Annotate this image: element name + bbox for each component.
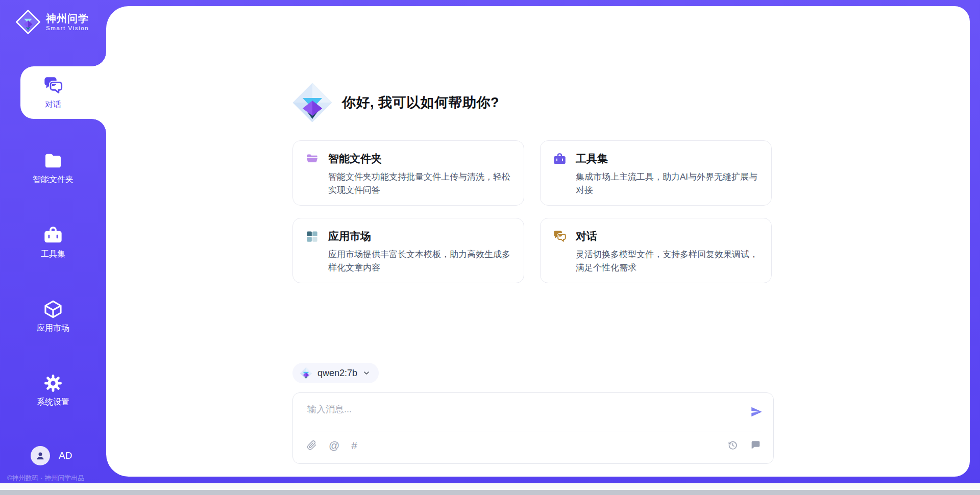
message-input-box: @ # (292, 392, 774, 464)
sidebar-item-label: 对话 (45, 100, 61, 110)
send-icon (750, 405, 763, 418)
model-selector[interactable]: qwen2:7b (292, 363, 379, 383)
chat-bubbles-icon (553, 230, 567, 243)
mention-button[interactable]: @ (329, 440, 339, 451)
person-icon (34, 450, 46, 462)
card-description: 智能文件夹功能支持批量文件上传与清洗，轻松实现文件问答 (305, 170, 512, 196)
message-input[interactable] (306, 402, 727, 429)
card-description: 集成市场上主流工具，助力AI与外界无缝扩展与对接 (553, 170, 760, 196)
user-initials: AD (59, 450, 72, 461)
tab-fillet-bottom (92, 119, 106, 133)
app-root: 神州问学 Smart Vision 对话 智能文件夹 工具集 应用市场 系统设置 (0, 0, 980, 495)
sidebar-item-app-market[interactable]: 应用市场 (0, 299, 106, 334)
greeting-block: 你好, 我可以如何帮助你? (291, 82, 499, 123)
paperclip-icon (306, 440, 317, 451)
user-profile[interactable]: AD (31, 446, 72, 465)
folder-open-icon (305, 152, 319, 166)
briefcase-icon (43, 225, 63, 245)
history-clock-icon (727, 440, 738, 451)
model-gem-icon (300, 367, 312, 380)
sidebar-item-label: 工具集 (41, 249, 65, 260)
new-chat-button[interactable] (750, 440, 761, 451)
grid-icon (305, 230, 319, 243)
sidebar-item-label: 系统设置 (37, 397, 69, 408)
main-panel: 你好, 我可以如何帮助你? 智能文件夹 智能文件夹功能支持批量文件上传与清洗，轻… (106, 6, 970, 477)
sidebar-item-chat[interactable]: 对话 (0, 76, 106, 110)
card-title: 对话 (576, 229, 597, 243)
assistant-gem-icon (291, 82, 333, 123)
card-app-market[interactable]: 应用市场 应用市场提供丰富长文本模板，助力高效生成多样化文章内容 (292, 218, 524, 283)
input-toolbar: @ # (306, 440, 761, 451)
card-description: 应用市场提供丰富长文本模板，助力高效生成多样化文章内容 (305, 248, 512, 274)
attachment-button[interactable] (306, 440, 317, 451)
model-name: qwen2:7b (317, 368, 357, 379)
chat-bubbles-icon (43, 76, 63, 96)
card-smart-folder[interactable]: 智能文件夹 智能文件夹功能支持批量文件上传与清洗，轻松实现文件问答 (292, 140, 524, 206)
input-divider (305, 432, 761, 432)
copyright-text: ©神州数码 · 神州问学出品 (7, 474, 114, 483)
sidebar-item-settings[interactable]: 系统设置 (0, 373, 106, 408)
sidebar-item-label: 智能文件夹 (33, 175, 74, 185)
hashtag-button[interactable]: # (351, 440, 357, 451)
folder-icon (43, 151, 63, 171)
page-bottom-scrollbar[interactable] (0, 490, 980, 495)
card-description: 灵活切换多模型文件，支持多样回复效果调试，满足个性化需求 (553, 248, 760, 274)
brand-name: 神州问学 (46, 13, 89, 24)
sidebar: 神州问学 Smart Vision 对话 智能文件夹 工具集 应用市场 系统设置 (0, 0, 106, 483)
message-bubble-icon (750, 440, 761, 451)
chevron-down-icon (362, 369, 371, 377)
send-button[interactable] (750, 405, 763, 418)
sidebar-item-smart-folder[interactable]: 智能文件夹 (0, 151, 106, 185)
brand-block: 神州问学 Smart Vision (15, 9, 89, 35)
card-chat[interactable]: 对话 灵活切换多模型文件，支持多样回复效果调试，满足个性化需求 (540, 218, 772, 283)
brand-logo-icon (15, 9, 41, 35)
card-toolset[interactable]: 工具集 集成市场上主流工具，助力AI与外界无缝扩展与对接 (540, 140, 772, 206)
sidebar-item-label: 应用市场 (37, 323, 69, 334)
cube-icon (43, 299, 63, 319)
sidebar-item-toolset[interactable]: 工具集 (0, 225, 106, 260)
avatar (31, 446, 50, 465)
gear-icon (43, 373, 63, 393)
card-title: 工具集 (576, 152, 608, 166)
history-button[interactable] (727, 440, 738, 451)
brand-subtitle: Smart Vision (46, 25, 89, 31)
card-title: 智能文件夹 (328, 152, 382, 166)
page-bottom-strip (0, 483, 980, 490)
tab-fillet-top (92, 52, 106, 66)
card-title: 应用市场 (328, 229, 371, 243)
briefcase-icon (553, 152, 567, 166)
feature-cards: 智能文件夹 智能文件夹功能支持批量文件上传与清洗，轻松实现文件问答 工具集 集成… (292, 140, 772, 283)
greeting-text: 你好, 我可以如何帮助你? (342, 93, 499, 112)
